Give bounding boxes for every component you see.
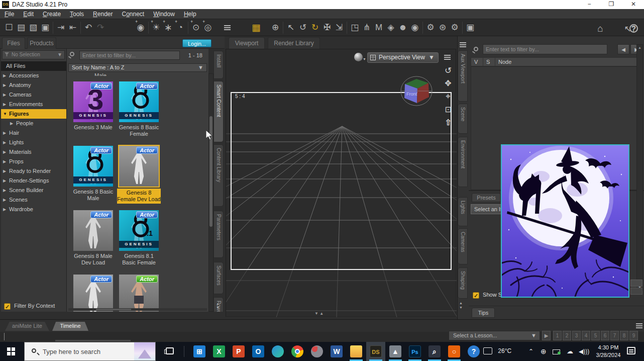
tab-timeline[interactable]: Timeline: [52, 322, 88, 331]
merge-file-icon[interactable]: ▧: [27, 20, 39, 35]
node-select-icon[interactable]: ↺: [297, 20, 309, 35]
taskbar-app-powerpoint[interactable]: P: [229, 342, 248, 361]
create-null-icon[interactable]: [221, 20, 233, 35]
taskbar-clock[interactable]: 4:30 PM 3/28/2024: [592, 344, 625, 359]
sidebar-item-accessories[interactable]: ▶Accessories: [1, 71, 66, 80]
menu-connect[interactable]: Connect: [117, 9, 149, 18]
frame-icon[interactable]: ⊡: [443, 105, 454, 114]
tab-viewport[interactable]: Viewport: [229, 37, 265, 49]
timeline-scrollbar[interactable]: [55, 340, 131, 341]
checkbox-checked-icon[interactable]: ✓: [473, 292, 479, 299]
taskbar-app-edge[interactable]: [268, 342, 287, 361]
sidebar-item-anatomy[interactable]: ▶Anatomy: [1, 80, 66, 90]
menu-window[interactable]: Window: [149, 9, 179, 18]
daz-home-icon[interactable]: ⌂: [594, 21, 606, 36]
thumbnail-partial-7[interactable]: Actor: [119, 275, 159, 312]
scene-navigator-icon[interactable]: ↖: [285, 20, 297, 35]
viewport-scroll-arrows[interactable]: ▼ ▲: [314, 311, 324, 316]
right-scrollbar[interactable]: ▲ ▼: [636, 44, 643, 291]
bottom-pane-menu-icon[interactable]: [636, 323, 642, 328]
sidebar-item-wardrobe[interactable]: ▶Wardrobe: [1, 205, 66, 214]
zoom-icon[interactable]: ⌖: [443, 92, 454, 102]
start-button[interactable]: [0, 342, 19, 361]
thumbnail-genesis-8-basic-female[interactable]: GENESISActor: [119, 81, 159, 122]
create-camera-icon[interactable]: ◉+: [135, 20, 147, 35]
checkbox-checked-icon[interactable]: ✓: [4, 303, 11, 310]
surface-select-icon[interactable]: ☻: [397, 20, 409, 35]
lesson-button-6[interactable]: 6: [601, 331, 609, 340]
render-settings-icon[interactable]: ▣: [464, 20, 476, 35]
camera-select-icon[interactable]: ⚙: [424, 20, 437, 35]
scale-icon[interactable]: ◳: [349, 20, 361, 35]
side-tab-scene[interactable]: Scene: [458, 104, 468, 134]
task-view-icon[interactable]: [166, 347, 174, 354]
taskbar-app-daz-studio[interactable]: DS: [366, 342, 385, 361]
active-rotate-icon[interactable]: ✠: [321, 20, 333, 35]
lesson-button-7[interactable]: 7: [610, 331, 619, 340]
pane-button[interactable]: [630, 288, 642, 295]
export-icon[interactable]: ⇤: [67, 20, 79, 35]
lesson-play-button[interactable]: ▶: [542, 331, 551, 340]
minimize-button[interactable]: −: [582, 0, 597, 9]
save-file-icon[interactable]: ▣: [39, 20, 51, 35]
side-tab-cameras[interactable]: Cameras: [458, 228, 468, 264]
sidebar-item-ready-to-render[interactable]: ▶Ready to Render: [1, 166, 66, 176]
create-camera-view-icon[interactable]: ◎+: [202, 20, 214, 35]
tab-tips[interactable]: Tips: [472, 308, 495, 318]
taskbar-app-outlook[interactable]: O: [249, 342, 268, 361]
search-highlight-image[interactable]: [134, 342, 155, 360]
thumbnail-genesis-8.1-basic-female[interactable]: .1GENESISActor: [119, 210, 159, 251]
sidebar-item-materials[interactable]: ▶Materials: [1, 147, 66, 157]
taskbar-app-excel[interactable]: X: [209, 342, 229, 361]
side-tab-parameters[interactable]: Parameters: [213, 211, 224, 258]
new-file-icon[interactable]: ☐: [3, 20, 15, 35]
thumbnail-partial-6[interactable]: Actor: [73, 275, 113, 312]
sidebar-item-hair[interactable]: ▶Hair: [1, 128, 66, 138]
redo-icon[interactable]: ↷: [94, 20, 106, 35]
content-vscrollbar[interactable]: [208, 73, 213, 312]
menu-render[interactable]: Render: [88, 9, 117, 18]
pan-icon[interactable]: ✥: [443, 78, 454, 88]
scene-list-icon[interactable]: ▦: [250, 20, 262, 35]
side-tab-lights[interactable]: Lights: [458, 197, 468, 226]
side-tab-content-library[interactable]: Content Library: [213, 144, 224, 207]
figure-tool-icon[interactable]: ◉: [409, 20, 421, 35]
side-tab-environment[interactable]: Environment: [458, 137, 468, 187]
create-point-light-icon[interactable]: ∗+: [162, 20, 174, 35]
taskbar-app-get-help[interactable]: ?: [464, 342, 483, 361]
sidebar-item-figures[interactable]: ▼Figures: [1, 109, 66, 119]
taskbar-search[interactable]: Type here to search: [24, 342, 156, 361]
create-linear-light-icon[interactable]: ◔+: [174, 20, 186, 35]
side-tab-surfaces[interactable]: Surfaces: [213, 262, 224, 294]
thumbnail-genesis-8-female-dev-load[interactable]: Actor: [119, 146, 159, 187]
import-icon[interactable]: ⇥: [55, 20, 67, 35]
side-tab-aux-viewport[interactable]: Aux Viewport: [458, 50, 468, 102]
menu-create[interactable]: Create: [38, 9, 65, 18]
volume-icon[interactable]: ◀))): [579, 348, 589, 361]
sidebar-item-all-files[interactable]: All Files: [1, 61, 66, 71]
scene-filter-input[interactable]: [483, 44, 607, 54]
tab-presets[interactable]: Presets: [472, 193, 501, 202]
taskbar-app-connect-app[interactable]: ▲: [386, 342, 405, 361]
orbit-icon[interactable]: ↺: [443, 65, 454, 76]
create-spotlight-icon[interactable]: ⊙+: [190, 20, 202, 35]
playhead[interactable]: [4, 333, 5, 340]
menu-edit[interactable]: Edit: [19, 9, 38, 18]
taskbar-app-people-search[interactable]: ⌕: [425, 342, 444, 361]
node-edit-icon[interactable]: ⋔: [361, 20, 373, 35]
tab-scroll-arrows[interactable]: ▲▼: [459, 301, 463, 310]
lesson-button-1[interactable]: 1: [553, 331, 562, 340]
bone-tool-icon[interactable]: M: [373, 20, 385, 35]
notification-center-icon[interactable]: [627, 347, 635, 354]
sidebar-item-people[interactable]: ▶People: [1, 119, 66, 128]
lesson-button-8[interactable]: 8: [620, 331, 628, 340]
taskbar-app-capture-app[interactable]: ○: [445, 342, 464, 361]
sidebar-item-render-settings[interactable]: ▶Render-Settings: [1, 176, 66, 186]
sidebar-item-scene-builder[interactable]: ▶Scene Builder: [1, 186, 66, 195]
create-distant-light-icon[interactable]: ☀+: [150, 20, 162, 35]
tab-render-library[interactable]: Render Library: [268, 37, 320, 49]
sidebar-item-lights[interactable]: ▶Lights: [1, 138, 66, 147]
menu-file[interactable]: File: [0, 9, 19, 18]
tool-settings-icon[interactable]: ⊛: [437, 20, 449, 35]
viewport-options-menu-icon[interactable]: [444, 55, 451, 60]
